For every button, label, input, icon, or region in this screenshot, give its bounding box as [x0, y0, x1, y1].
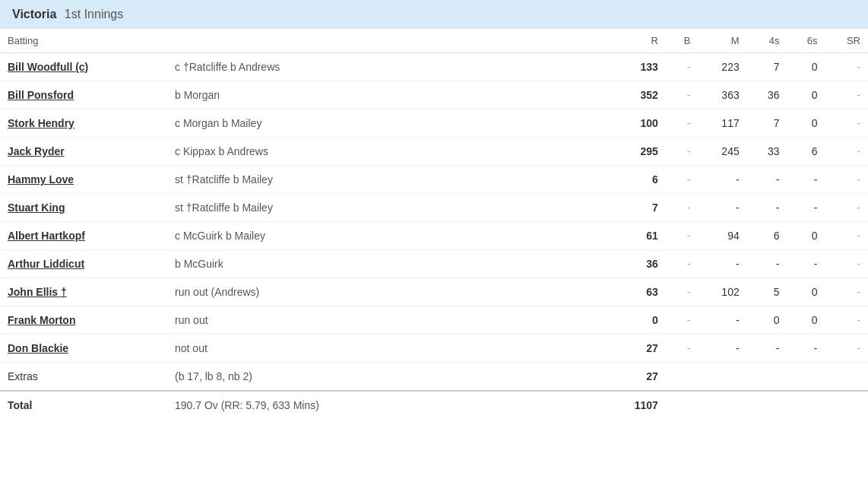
fours: 33 — [747, 138, 787, 166]
table-row: Don Blackie not out 27 - - - - - — [0, 335, 868, 363]
dismissal: st †Ratcliffe b Mailey — [167, 194, 608, 222]
sr: - — [825, 138, 869, 166]
sr: - — [825, 166, 869, 194]
runs: 295 — [608, 138, 666, 166]
total-row: Total 190.7 Ov (RR: 5.79, 633 Mins) 1107 — [0, 391, 868, 419]
minutes: - — [698, 250, 746, 278]
fours: 0 — [747, 306, 787, 335]
total-label: Total — [0, 391, 167, 419]
scorecard: Victoria 1st Innings Batting R B M 4s 6s… — [0, 0, 868, 419]
runs: 352 — [608, 81, 666, 109]
sr: - — [825, 278, 869, 306]
player-name[interactable]: John Ellis † — [0, 278, 167, 306]
balls: - — [666, 335, 699, 363]
runs: 36 — [608, 250, 666, 278]
minutes: - — [698, 166, 746, 194]
runs: 61 — [608, 222, 666, 250]
runs: 100 — [608, 109, 666, 138]
fours: - — [747, 166, 787, 194]
table-row: Frank Morton run out 0 - - 0 0 - — [0, 306, 868, 335]
runs: 63 — [608, 278, 666, 306]
col-r: R — [608, 29, 666, 53]
sr: - — [825, 81, 869, 109]
balls: - — [666, 306, 699, 335]
player-name[interactable]: Arthur Liddicut — [0, 250, 167, 278]
table-row: Hammy Love st †Ratcliffe b Mailey 6 - - … — [0, 166, 868, 194]
player-name[interactable]: Jack Ryder — [0, 138, 167, 166]
minutes: 94 — [698, 222, 746, 250]
minutes: 102 — [698, 278, 746, 306]
dismissal: run out — [167, 306, 608, 335]
col-dismissal — [167, 29, 608, 53]
minutes: - — [698, 306, 746, 335]
dismissal: not out — [167, 335, 608, 363]
minutes: 117 — [698, 109, 746, 138]
extras-value: 27 — [608, 363, 666, 392]
extras-row: Extras (b 17, lb 8, nb 2) 27 — [0, 363, 868, 392]
fours: - — [747, 335, 787, 363]
total-detail: 190.7 Ov (RR: 5.79, 633 Mins) — [167, 391, 608, 419]
minutes: - — [698, 194, 746, 222]
sixes: 0 — [787, 278, 825, 306]
player-name[interactable]: Don Blackie — [0, 335, 167, 363]
player-name[interactable]: Albert Hartkopf — [0, 222, 167, 250]
player-name[interactable]: Bill Ponsford — [0, 81, 167, 109]
dismissal: c Morgan b Mailey — [167, 109, 608, 138]
col-b: B — [666, 29, 699, 53]
table-row: Bill Ponsford b Morgan 352 - 363 36 0 - — [0, 81, 868, 109]
sixes: - — [787, 335, 825, 363]
sixes: - — [787, 194, 825, 222]
sr: - — [825, 335, 869, 363]
dismissal: c Kippax b Andrews — [167, 138, 608, 166]
innings-label: 1st Innings — [65, 8, 123, 21]
sr: - — [825, 109, 869, 138]
player-name[interactable]: Bill Woodfull (c) — [0, 53, 167, 81]
balls: - — [666, 194, 699, 222]
fours: 5 — [747, 278, 787, 306]
innings-header: Victoria 1st Innings — [0, 0, 868, 29]
runs: 6 — [608, 166, 666, 194]
balls: - — [666, 53, 699, 81]
fours: 36 — [747, 81, 787, 109]
minutes: - — [698, 335, 746, 363]
player-name[interactable]: Stork Hendry — [0, 109, 167, 138]
team-name: Victoria — [12, 8, 56, 21]
dismissal: c †Ratcliffe b Andrews — [167, 53, 608, 81]
player-name[interactable]: Stuart King — [0, 194, 167, 222]
sixes: 0 — [787, 222, 825, 250]
minutes: 363 — [698, 81, 746, 109]
table-row: John Ellis † run out (Andrews) 63 - 102 … — [0, 278, 868, 306]
col-4s: 4s — [747, 29, 787, 53]
fours: 7 — [747, 53, 787, 81]
player-name[interactable]: Hammy Love — [0, 166, 167, 194]
table-row: Stuart King st †Ratcliffe b Mailey 7 - -… — [0, 194, 868, 222]
dismissal: c McGuirk b Mailey — [167, 222, 608, 250]
col-6s: 6s — [787, 29, 825, 53]
extras-label: Extras — [0, 363, 167, 392]
fours: - — [747, 194, 787, 222]
col-sr: SR — [825, 29, 869, 53]
balls: - — [666, 109, 699, 138]
minutes: 223 — [698, 53, 746, 81]
runs: 133 — [608, 53, 666, 81]
total-value: 1107 — [608, 391, 666, 419]
runs: 27 — [608, 335, 666, 363]
table-row: Arthur Liddicut b McGuirk 36 - - - - - — [0, 250, 868, 278]
sixes: 0 — [787, 306, 825, 335]
sixes: 0 — [787, 109, 825, 138]
table-row: Bill Woodfull (c) c †Ratcliffe b Andrews… — [0, 53, 868, 81]
sixes: - — [787, 250, 825, 278]
col-m: M — [698, 29, 746, 53]
fours: 6 — [747, 222, 787, 250]
sr: - — [825, 53, 869, 81]
dismissal: run out (Andrews) — [167, 278, 608, 306]
col-batting: Batting — [0, 29, 167, 53]
balls: - — [666, 138, 699, 166]
sr: - — [825, 222, 869, 250]
player-name[interactable]: Frank Morton — [0, 306, 167, 335]
runs: 7 — [608, 194, 666, 222]
sr: - — [825, 306, 869, 335]
sixes: - — [787, 166, 825, 194]
balls: - — [666, 250, 699, 278]
table-row: Albert Hartkopf c McGuirk b Mailey 61 - … — [0, 222, 868, 250]
